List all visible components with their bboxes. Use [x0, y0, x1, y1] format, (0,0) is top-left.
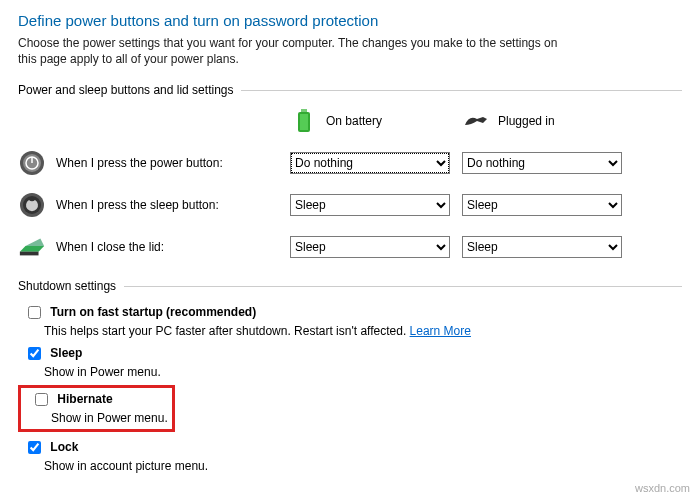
hibernate-label: Hibernate — [57, 392, 112, 406]
svg-rect-0 — [301, 109, 307, 112]
sleep-button-battery-select[interactable]: Sleep — [290, 194, 450, 216]
lid-plugged-select[interactable]: Sleep — [462, 236, 622, 258]
hibernate-sub: Show in Power menu. — [51, 411, 168, 425]
sleep-sub: Show in Power menu. — [44, 365, 682, 379]
hibernate-highlight: Hibernate Show in Power menu. — [18, 385, 175, 432]
sleep-button-plugged-select[interactable]: Sleep — [462, 194, 622, 216]
page-description: Choose the power settings that you want … — [18, 35, 578, 67]
section-power-sleep-lid: Power and sleep buttons and lid settings — [18, 83, 682, 97]
row-sleep-button: When I press the sleep button: — [18, 191, 278, 219]
row-close-lid: When I close the lid: — [18, 233, 278, 261]
svg-rect-2 — [300, 114, 308, 130]
watermark: wsxdn.com — [635, 482, 690, 491]
column-plugged-in: Plugged in — [462, 107, 622, 135]
hibernate-checkbox[interactable] — [35, 393, 48, 406]
power-button-icon — [18, 149, 46, 177]
power-button-battery-select[interactable]: Do nothing — [290, 152, 450, 174]
lid-icon — [18, 233, 46, 261]
section-shutdown-settings: Shutdown settings — [18, 279, 682, 293]
fast-startup-label: Turn on fast startup (recommended) — [50, 305, 256, 319]
page-title: Define power buttons and turn on passwor… — [18, 12, 682, 29]
lock-sub: Show in account picture menu. — [44, 459, 682, 473]
sleep-checkbox[interactable] — [28, 347, 41, 360]
plug-icon — [462, 107, 490, 135]
power-button-plugged-select[interactable]: Do nothing — [462, 152, 622, 174]
fast-startup-sub: This helps start your PC faster after sh… — [44, 324, 682, 338]
lock-label: Lock — [50, 440, 78, 454]
fast-startup-checkbox[interactable] — [28, 306, 41, 319]
lock-checkbox[interactable] — [28, 441, 41, 454]
lid-battery-select[interactable]: Sleep — [290, 236, 450, 258]
column-on-battery: On battery — [290, 107, 450, 135]
row-power-button: When I press the power button: — [18, 149, 278, 177]
sleep-button-icon — [18, 191, 46, 219]
battery-icon — [290, 107, 318, 135]
sleep-label: Sleep — [50, 346, 82, 360]
learn-more-link[interactable]: Learn More — [410, 324, 471, 338]
